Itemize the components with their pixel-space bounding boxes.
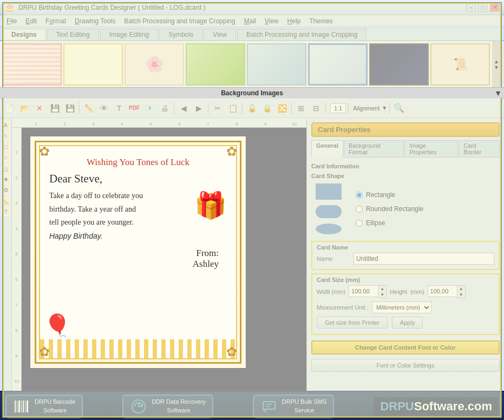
card-content-area: Wishing You Tones of Luck Dear Steve, Ta… <box>44 153 232 338</box>
card-corner-br: ✿ <box>226 345 237 358</box>
canvas-with-rulers: 1 2 3 4 5 6 7 8 9 10 1 2 3 4 5 <box>12 118 306 391</box>
card-canvas[interactable]: ✿ ✿ ✿ ✿ Wishing You Tones of Luck Dear S… <box>30 136 246 369</box>
card-gift-icon: 🎁 <box>194 191 227 221</box>
card-corner-bl: ✿ <box>39 345 50 358</box>
background-images-label-row: Background Images ▼ <box>0 87 504 98</box>
bg-thumb-7[interactable] <box>369 43 429 86</box>
background-images-row: 🌸 📜 <box>0 41 492 87</box>
canvas[interactable]: ✿ ✿ ✿ ✿ Wishing You Tones of Luck Dear S… <box>22 128 306 391</box>
card-stripes <box>40 339 236 358</box>
bg-expand-button[interactable]: ▼ <box>494 89 502 97</box>
card-greeting: Dear Steve, <box>44 170 232 188</box>
background-images-bar: 🌸 📜 ▲▼ Background Images ▼ <box>0 41 504 99</box>
card-from: From:Ashley <box>44 245 232 273</box>
card-title: Wishing You Tones of Luck <box>44 153 232 170</box>
card-balloons-icon: 🎈 <box>44 313 71 338</box>
